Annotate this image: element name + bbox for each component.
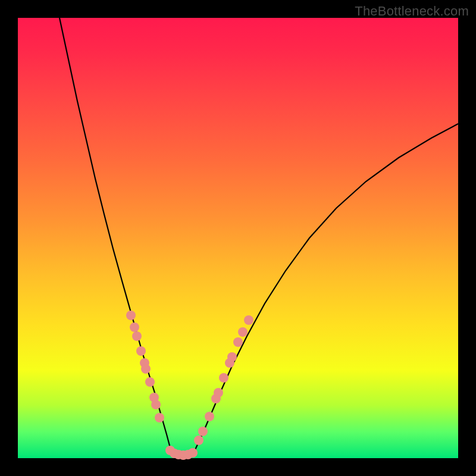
data-dot bbox=[188, 448, 198, 458]
data-dot bbox=[233, 337, 243, 347]
data-dot bbox=[132, 331, 142, 341]
bottleneck-curve bbox=[60, 18, 458, 455]
data-dot bbox=[151, 400, 161, 409]
data-dot bbox=[194, 436, 203, 445]
data-dot bbox=[141, 364, 151, 374]
data-dot bbox=[145, 377, 155, 387]
data-dot bbox=[130, 322, 139, 332]
data-dot bbox=[214, 388, 223, 397]
data-dot bbox=[205, 412, 214, 421]
data-dots bbox=[126, 311, 253, 460]
data-dot bbox=[198, 427, 208, 436]
watermark-text: TheBottleneck.com bbox=[355, 4, 469, 19]
data-dot bbox=[238, 327, 248, 337]
data-dot bbox=[126, 311, 136, 320]
data-dot bbox=[219, 373, 228, 383]
outer-frame: TheBottleneck.com bbox=[0, 0, 476, 476]
data-dot bbox=[136, 346, 146, 356]
data-dot bbox=[155, 413, 164, 422]
curve-svg bbox=[18, 18, 458, 458]
data-dot bbox=[244, 315, 253, 325]
data-dot bbox=[227, 352, 237, 362]
